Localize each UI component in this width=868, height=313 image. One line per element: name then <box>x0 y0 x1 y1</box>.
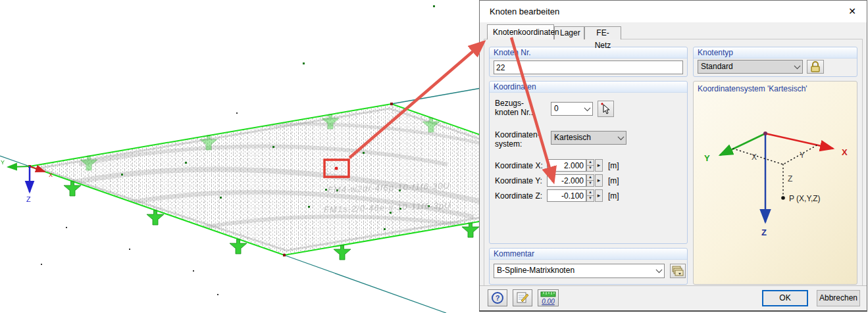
lock-icon <box>807 60 823 73</box>
node-type-value: Standard <box>701 62 733 71</box>
triad-z-label: Z <box>26 195 31 203</box>
stacked-comments-icon <box>671 264 685 277</box>
edit-node-dialog: Knoten bearbeiten ✕ Knotenkoordinaten La… <box>479 0 867 312</box>
coordinate-y-label: Koordinate Y: <box>495 176 542 185</box>
cs-dotted-z-label: Z <box>788 174 792 183</box>
tab-fe-netz[interactable]: FE-Netz <box>584 26 621 39</box>
close-icon[interactable]: ✕ <box>843 5 861 18</box>
chevron-down-icon <box>794 62 801 69</box>
chevron-down-icon <box>584 105 591 111</box>
chevron-down-icon <box>618 133 625 140</box>
ok-button[interactable]: OK <box>762 290 808 306</box>
group-knotentyp: Knotentyp Standard <box>693 47 857 77</box>
help-button[interactable]: ? <box>488 289 507 306</box>
comment-select[interactable]: B-Spline-Matrixknoten <box>494 264 665 278</box>
edit-comment-button[interactable] <box>513 289 532 306</box>
spin-down-icon[interactable]: ▼ <box>586 195 594 202</box>
tab-knotenkoordinaten[interactable]: Knotenkoordinaten <box>487 24 554 39</box>
svg-text:?: ? <box>496 294 500 302</box>
screenshot-root: Y X Z FM4-w2dr-4f6p-10-f1f6-30U FM1s-2/0… <box>0 0 868 313</box>
reference-node-label: Bezugs- knoten Nr.: <box>495 99 533 117</box>
node-number-input[interactable] <box>494 60 683 74</box>
comment-manager-button[interactable] <box>670 264 686 278</box>
ruler-icon <box>538 291 558 298</box>
axes-diagram: X Y Z X Y Z P (X,Y,Z) <box>694 95 857 282</box>
cancel-button[interactable]: Abbrechen <box>817 290 860 306</box>
spin-down-icon[interactable]: ▼ <box>586 165 594 172</box>
coordinate-x-input[interactable] <box>547 159 586 172</box>
cs-dotted-x-label: X <box>752 153 757 162</box>
coordinate-x-label: Koordinate X: <box>495 161 543 170</box>
reference-node-select[interactable]: 0 <box>551 102 593 116</box>
cs-axis-y-label: Y <box>704 153 710 163</box>
units-button-label: 0.00 <box>538 298 558 305</box>
group-knotentyp-title: Knotentyp <box>694 47 857 59</box>
selected-node[interactable] <box>335 167 338 170</box>
coordinate-z-label: Koordinate Z: <box>495 191 542 201</box>
cs-panel-title: Koordinatensystem 'Kartesisch' <box>694 82 857 93</box>
expand-options-icon[interactable]: ▸ <box>595 189 603 202</box>
coordinate-x-unit: [m] <box>608 161 619 170</box>
group-knoten-nr-title: Knoten Nr. <box>490 47 687 59</box>
comment-value: B-Spline-Matrixknoten <box>497 266 574 275</box>
group-kommentar: Kommentar B-Spline-Matrixknoten <box>489 248 688 285</box>
triad-x-label: X <box>49 172 53 178</box>
coordinate-system-select[interactable]: Kartesisch <box>551 131 626 145</box>
dialog-footer: ? 0.00 OK Abbrechen <box>480 285 867 310</box>
node-type-select[interactable]: Standard <box>698 60 803 74</box>
reference-node-value: 0 <box>554 104 559 113</box>
dialog-titlebar: Knoten bearbeiten ✕ <box>480 1 867 22</box>
group-kommentar-title: Kommentar <box>490 249 687 260</box>
coordinate-system-value: Kartesisch <box>554 133 591 142</box>
notepad-pencil-icon <box>513 290 532 306</box>
group-knoten-nr: Knoten Nr. <box>489 47 688 77</box>
chevron-down-icon <box>656 266 663 273</box>
coordinate-system-panel: Koordinatensystem 'Kartesisch' <box>693 81 857 285</box>
group-koordinaten: Koordinaten Bezugs- knoten Nr.: 0 Koordi… <box>489 81 688 244</box>
units-decimals-button[interactable]: 0.00 <box>538 289 559 306</box>
expand-options-icon[interactable]: ▸ <box>595 159 603 172</box>
coordinate-y-unit: [m] <box>608 176 619 185</box>
coordinate-y-input[interactable] <box>547 174 586 187</box>
expand-options-icon[interactable]: ▸ <box>595 174 603 187</box>
lock-button[interactable] <box>807 60 824 74</box>
coordinate-z-unit: [m] <box>608 191 619 201</box>
cs-axis-z-label: Z <box>761 228 767 237</box>
cs-dotted-y-label: Y <box>800 151 805 160</box>
pick-cursor-icon <box>598 101 613 116</box>
pick-node-button[interactable] <box>598 101 614 117</box>
coordinate-system-label: Koordinaten- system: <box>495 130 540 149</box>
group-koordinaten-title: Koordinaten <box>490 82 687 93</box>
help-icon: ? <box>488 290 507 306</box>
coordinate-z-input[interactable] <box>547 189 586 202</box>
spin-down-icon[interactable]: ▼ <box>586 180 594 187</box>
triad-y-label: Y <box>1 159 5 166</box>
cs-point-label: P (X,Y,Z) <box>789 194 821 203</box>
dialog-title: Knoten bearbeiten <box>490 7 559 16</box>
cs-axis-x-label: X <box>842 147 848 157</box>
